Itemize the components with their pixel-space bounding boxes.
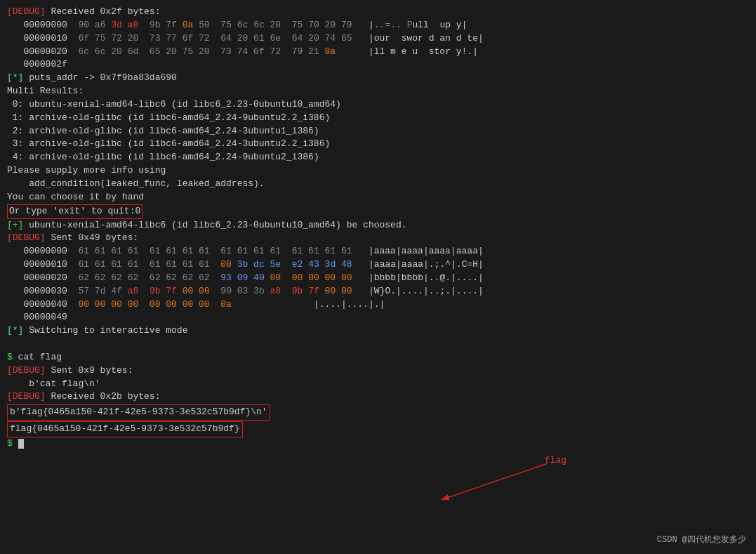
cat-flag-prompt: $ cat flag bbox=[7, 351, 749, 364]
flag-annotation: flag bbox=[545, 455, 566, 466]
flag-value-box: flag{0465a150-421f-42e5-9373-3e532c57b9d… bbox=[7, 421, 243, 437]
hex2-row-2: 00000020 62 62 62 62 62 62 62 62 93 09 4… bbox=[7, 272, 749, 285]
flag-highlighted-line: b'flag{0465a150-421f-42e5-9373-3e532c57b… bbox=[7, 404, 749, 421]
debug-sent-9: [DEBUG] Sent 0x9 bytes: bbox=[7, 364, 749, 378]
choose-by-hand-line: You can choose it by hand bbox=[7, 191, 749, 204]
cursor-line: $ bbox=[7, 437, 749, 451]
exit-prompt-line: Or type 'exit' to quit:0 bbox=[7, 204, 749, 219]
add-condition-line: add_condition(leaked_func, leaked_addres… bbox=[7, 178, 749, 191]
flag-bytes-box: b'flag{0465a150-421f-42e5-9373-3e532c57b… bbox=[7, 404, 270, 421]
result-4: 4: archive-old-glibc (id libc6-amd64_2.2… bbox=[7, 151, 749, 164]
hex-row-2: 00000010 6f 75 72 20 73 77 6f 72 64 20 6… bbox=[7, 32, 749, 46]
hex2-row-3: 00000030 57 7d 4f a8 9b 7f 00 00 90 03 3… bbox=[7, 285, 749, 298]
puts-addr-line: [*] puts_addr -> 0x7f9ba83da690 bbox=[7, 72, 749, 85]
interactive-mode-line: [*] Switching to interactive mode bbox=[7, 324, 749, 338]
hex-row-end-1: 0000002f bbox=[7, 58, 749, 72]
watermark: CSDN @四代机您发多少 bbox=[657, 534, 746, 546]
choosed-line: [+] ubuntu-xenial-amd64-libc6 (id libc6_… bbox=[7, 219, 749, 232]
debug-recv-2b: [DEBUG] Received 0x2b bytes: bbox=[7, 390, 749, 404]
terminal-cursor bbox=[18, 439, 24, 449]
result-0: 0: ubuntu-xenial-amd64-libc6 (id libc6_2… bbox=[7, 98, 749, 112]
supply-info-line: Please supply more info using bbox=[7, 164, 749, 178]
hex2-row-0: 00000000 61 61 61 61 61 61 61 61 61 61 6… bbox=[7, 245, 749, 258]
terminal: [DEBUG] Received 0x2f bytes: 00000000 90… bbox=[0, 0, 756, 554]
flag-plain-line: flag{0465a150-421f-42e5-9373-3e532c57b9d… bbox=[7, 421, 749, 437]
debug-sent-line: [DEBUG] Sent 0x49 bytes: bbox=[7, 232, 749, 245]
hex-row-3: 00000020 6c 6c 20 6d 65 20 75 20 73 74 6… bbox=[7, 46, 749, 59]
result-2: 2: archive-old-glibc (id libc6-amd64_2.2… bbox=[7, 125, 749, 138]
result-3: 3: archive-old-glibc (id libc6-amd64_2.2… bbox=[7, 138, 749, 151]
hex-row-1: 00000000 90 a6 3d a8 9b 7f 0a 50 75 6c 6… bbox=[7, 19, 749, 32]
hex2-row-end: 00000049 bbox=[7, 311, 749, 324]
hex2-row-1: 00000010 61 61 61 61 61 61 61 61 00 3b d… bbox=[7, 258, 749, 272]
multi-results-header: Multi Results: bbox=[7, 85, 749, 98]
debug-line-1: [DEBUG] Received 0x2f bytes: bbox=[7, 6, 749, 19]
cat-flag-bytes: b'cat flag\n' bbox=[7, 378, 749, 391]
hex2-row-4: 00000040 00 00 00 00 00 00 00 00 0a |...… bbox=[7, 298, 749, 312]
result-1: 1: archive-old-glibc (id libc6-amd64_2.2… bbox=[7, 112, 749, 125]
blank-line bbox=[7, 338, 749, 351]
